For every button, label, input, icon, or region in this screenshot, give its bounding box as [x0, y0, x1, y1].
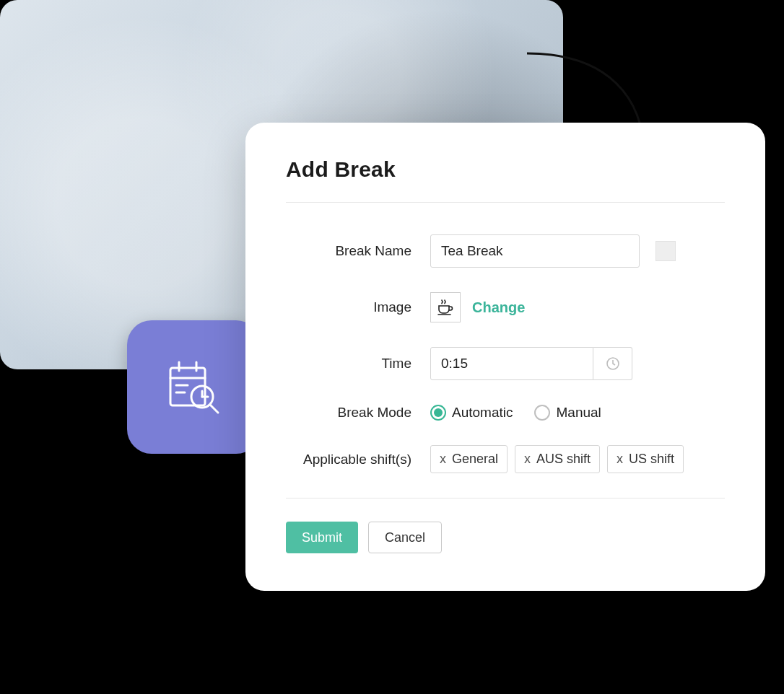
- label-shifts: Applicable shift(s): [286, 452, 430, 467]
- form-actions: Submit Cancel: [286, 498, 725, 553]
- row-break-name: Break Name: [286, 234, 725, 268]
- time-picker-button[interactable]: [593, 347, 632, 380]
- radio-manual[interactable]: Manual: [534, 405, 601, 421]
- radio-label: Manual: [556, 405, 601, 421]
- card-title: Add Break: [286, 157, 725, 203]
- chip-remove-icon[interactable]: x: [440, 452, 446, 467]
- row-time: Time: [286, 347, 725, 380]
- label-time: Time: [286, 356, 430, 372]
- svg-line-9: [210, 405, 218, 413]
- radio-label: Automatic: [452, 405, 513, 421]
- change-image-link[interactable]: Change: [472, 299, 525, 316]
- row-break-mode: Break Mode Automatic Manual: [286, 405, 725, 421]
- chip-remove-icon[interactable]: x: [617, 452, 623, 467]
- chip-label: General: [452, 452, 498, 467]
- row-image: Image Change: [286, 292, 725, 322]
- feature-badge: [127, 320, 261, 454]
- label-image: Image: [286, 299, 430, 315]
- chip-label: AUS shift: [536, 452, 591, 467]
- time-input[interactable]: [430, 347, 593, 380]
- cancel-button[interactable]: Cancel: [368, 522, 442, 553]
- label-break-name: Break Name: [286, 243, 430, 259]
- radio-automatic[interactable]: Automatic: [430, 405, 513, 421]
- break-name-input[interactable]: [430, 234, 640, 268]
- color-swatch[interactable]: [655, 241, 676, 261]
- submit-button[interactable]: Submit: [286, 522, 358, 553]
- shift-chip[interactable]: xAUS shift: [515, 445, 600, 473]
- shift-chip[interactable]: xUS shift: [607, 445, 684, 473]
- add-break-card: Add Break Break Name Image: [245, 123, 765, 591]
- label-break-mode: Break Mode: [286, 405, 430, 421]
- radio-dot-icon: [430, 405, 446, 421]
- row-shifts: Applicable shift(s) xGeneral xAUS shift …: [286, 445, 725, 473]
- chip-label: US shift: [629, 452, 674, 467]
- break-image-thumb: [430, 292, 461, 322]
- coffee-cup-icon: [436, 298, 455, 317]
- add-break-form: Break Name Image Change: [286, 203, 725, 498]
- radio-dot-icon: [534, 405, 550, 421]
- shift-chip[interactable]: xGeneral: [430, 445, 508, 473]
- chip-remove-icon[interactable]: x: [524, 452, 531, 467]
- clock-icon: [606, 356, 620, 371]
- calendar-search-icon: [163, 356, 225, 418]
